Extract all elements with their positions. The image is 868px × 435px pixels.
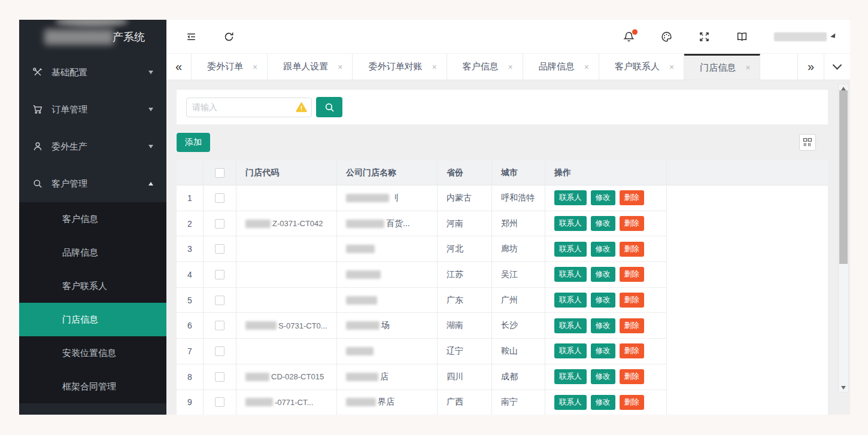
edit-button[interactable]: 修改 [591, 369, 615, 384]
contact-button[interactable]: 联系人 [554, 267, 587, 282]
actions-cell: 联系人修改删除 [545, 236, 667, 262]
row-checkbox[interactable] [215, 321, 224, 330]
close-icon[interactable]: × [338, 62, 342, 72]
edit-button[interactable]: 修改 [591, 242, 615, 257]
row-checkbox-cell [204, 339, 236, 364]
table-cell [236, 185, 337, 211]
sidebar-subitem-5[interactable]: 框架合同管理 [19, 370, 166, 403]
table-header-row: 门店代码公司门店名称省份城市操作 [177, 160, 828, 185]
edit-button[interactable]: 修改 [591, 293, 615, 308]
contact-button[interactable]: 联系人 [554, 293, 587, 308]
close-icon[interactable]: × [584, 62, 589, 72]
tabs-scroll-left-button[interactable]: « [166, 54, 192, 80]
row-checkbox-cell [204, 185, 236, 211]
notifications-bell-icon[interactable] [623, 31, 635, 42]
delete-button[interactable]: 删除 [620, 318, 644, 333]
search-button[interactable] [316, 97, 342, 117]
edit-button[interactable]: 修改 [591, 318, 615, 333]
close-icon[interactable]: × [508, 62, 513, 72]
vertical-scrollbar[interactable] [838, 84, 849, 393]
edit-button[interactable]: 修改 [591, 267, 615, 282]
close-icon[interactable]: × [432, 62, 436, 72]
refresh-icon[interactable] [223, 31, 235, 42]
delete-button[interactable]: 删除 [620, 343, 644, 358]
actions-cell: 联系人修改删除 [545, 288, 667, 314]
row-checkbox[interactable] [215, 397, 224, 407]
sidebar-item-1[interactable]: 订单管理 [19, 91, 166, 128]
row-checkbox[interactable] [215, 219, 224, 229]
contact-button[interactable]: 联系人 [554, 242, 587, 257]
contact-button[interactable]: 联系人 [554, 395, 587, 410]
tabs-dropdown-button[interactable] [824, 54, 850, 80]
edit-button[interactable]: 修改 [591, 343, 615, 358]
close-icon[interactable]: × [745, 63, 750, 72]
row-checkbox[interactable] [215, 296, 224, 305]
main-area: « 委外订单×跟单人设置×委外订单对账×客户信息×品牌信息×客户联系人×门店信息… [166, 20, 850, 415]
row-checkbox[interactable] [215, 346, 224, 356]
row-checkbox[interactable] [215, 244, 224, 254]
sidebar-subitem-0[interactable]: 客户信息 [19, 202, 166, 236]
tab-1[interactable]: 跟单人设置× [268, 54, 353, 80]
table-cell [236, 339, 337, 364]
column-settings-button[interactable] [799, 134, 816, 151]
tabs-scroll-right-button[interactable]: » [797, 54, 824, 80]
sidebar-subitem-3[interactable]: 门店信息 [19, 303, 166, 336]
table-row: 7辽宁鞍山联系人修改删除 [177, 339, 828, 364]
sidebar-subitem-1[interactable]: 品牌信息 [19, 236, 166, 269]
sidebar-submenu: 客户信息品牌信息客户联系人门店信息安装位置信息框架合同管理 [19, 202, 166, 403]
delete-button[interactable]: 删除 [620, 369, 644, 384]
edit-button[interactable]: 修改 [591, 216, 615, 231]
scroll-down-arrow-icon[interactable] [841, 386, 846, 390]
edit-button[interactable]: 修改 [591, 190, 615, 205]
contact-button[interactable]: 联系人 [554, 369, 587, 384]
redacted-text [346, 270, 381, 279]
user-menu[interactable] [774, 32, 837, 41]
delete-button[interactable]: 删除 [620, 216, 644, 231]
chevron-up-icon [148, 182, 153, 185]
actions-cell: 联系人修改删除 [545, 339, 667, 364]
city-cell: 郑州 [492, 211, 545, 237]
delete-button[interactable]: 删除 [620, 395, 644, 410]
theme-palette-icon[interactable] [661, 31, 672, 42]
tab-2[interactable]: 委外订单对账× [353, 54, 447, 80]
sidebar-item-2[interactable]: 委外生产 [19, 128, 166, 165]
tabbar-spacer [760, 54, 797, 80]
sidebar-subitem-2[interactable]: 客户联系人 [19, 269, 166, 303]
collapse-sidebar-icon[interactable] [186, 31, 197, 42]
table-cell [236, 262, 337, 288]
tab-3[interactable]: 客户信息× [447, 54, 523, 80]
contact-button[interactable]: 联系人 [554, 343, 587, 358]
add-button[interactable]: 添加 [177, 133, 210, 152]
tab-label: 客户联系人 [615, 61, 660, 72]
select-all-checkbox[interactable] [215, 168, 224, 178]
row-checkbox[interactable] [215, 193, 224, 203]
close-icon[interactable]: × [669, 62, 674, 72]
contact-button[interactable]: 联系人 [554, 318, 587, 333]
table-row: 9-0771-CT...界店广西南宁联系人修改删除 [177, 390, 828, 415]
delete-button[interactable]: 删除 [620, 242, 644, 257]
delete-button[interactable]: 删除 [620, 190, 644, 205]
scrollbar-thumb[interactable] [839, 90, 848, 264]
actions-cell: 联系人修改删除 [545, 211, 667, 237]
row-checkbox[interactable] [215, 270, 224, 279]
sidebar-item-3[interactable]: 客户管理 [19, 165, 166, 202]
delete-button[interactable]: 删除 [620, 267, 644, 282]
contact-button[interactable]: 联系人 [554, 190, 587, 205]
contact-button[interactable]: 联系人 [554, 216, 587, 231]
fullscreen-icon[interactable] [699, 31, 710, 42]
docs-book-icon[interactable] [736, 31, 748, 42]
close-icon[interactable]: × [253, 62, 257, 72]
search-input[interactable] [192, 102, 296, 112]
tab-5[interactable]: 客户联系人× [599, 54, 684, 80]
tab-4[interactable]: 品牌信息× [523, 54, 599, 80]
tab-6[interactable]: 门店信息× [684, 54, 760, 80]
delete-button[interactable]: 删除 [620, 293, 644, 308]
cell-text: -0771-CT... [275, 398, 313, 407]
tab-0[interactable]: 委外订单× [192, 54, 268, 80]
edit-button[interactable]: 修改 [591, 395, 615, 410]
sidebar-item-0[interactable]: 基础配置 [19, 54, 166, 91]
row-checkbox[interactable] [215, 372, 224, 382]
province-cell: 河北 [438, 236, 492, 262]
filler-cell [667, 236, 828, 262]
sidebar-subitem-4[interactable]: 安装位置信息 [19, 336, 166, 370]
